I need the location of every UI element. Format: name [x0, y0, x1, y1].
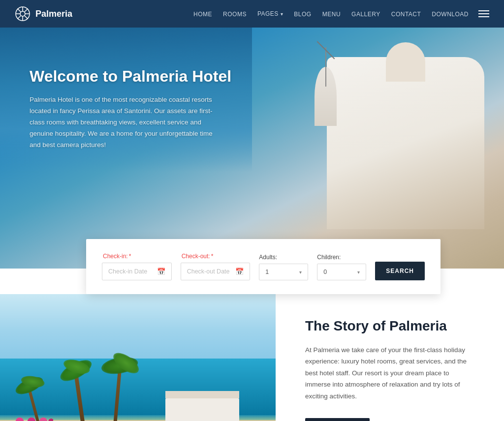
search-button[interactable]: SEARCH — [375, 262, 425, 280]
required-star-2: * — [211, 253, 214, 260]
adults-value: 1 — [265, 269, 269, 275]
content-section: The Story of Palmeria At Palmeria we tak… — [0, 294, 504, 421]
story-title: The Story of Palmeria — [305, 318, 472, 334]
checkout-input[interactable]: Check-out Date 📅 — [181, 263, 251, 280]
nav-menu[interactable]: MENU — [322, 11, 341, 18]
hamburger-menu[interactable] — [478, 10, 489, 17]
beach-resort — [165, 398, 239, 421]
navbar: Palmeria HOME ROOMS PAGES BLOG MENU GALL… — [0, 0, 504, 28]
nav-blog[interactable]: BLOG — [294, 11, 311, 18]
svg-line-9 — [18, 16, 21, 19]
checkout-calendar-icon: 📅 — [235, 268, 244, 275]
nav-links: HOME ROOMS PAGES BLOG MENU GALLERY CONTA… — [193, 9, 469, 18]
hero-content: Welcome to Palmeria Hotel Palmeria Hotel… — [30, 67, 231, 151]
required-star: * — [129, 253, 131, 260]
hero-section: Welcome to Palmeria Hotel Palmeria Hotel… — [0, 28, 504, 269]
children-dropdown-arrow: ▾ — [357, 270, 360, 275]
nav-pages[interactable]: PAGES — [257, 10, 283, 17]
hamburger-line-1 — [478, 10, 489, 11]
nav-rooms[interactable]: ROOMS — [223, 11, 247, 18]
checkin-label: Check-in:* — [102, 253, 172, 260]
nav-download[interactable]: DOWNLOAD — [432, 11, 469, 18]
checkout-field: Check-out:* Check-out Date 📅 — [181, 253, 251, 280]
hamburger-line-2 — [478, 13, 489, 14]
windmill — [315, 67, 337, 126]
adults-dropdown-arrow: ▾ — [299, 270, 302, 275]
svg-line-6 — [18, 9, 21, 12]
children-label: Children: — [317, 254, 366, 261]
nav-home[interactable]: HOME — [193, 11, 212, 18]
nav-gallery[interactable]: GALLERY — [351, 11, 380, 18]
hamburger-line-3 — [478, 16, 489, 17]
logo-icon — [15, 6, 31, 22]
adults-field: Adults: 1 ▾ — [259, 254, 308, 280]
building-1 — [327, 57, 484, 229]
children-select[interactable]: 0 ▾ — [317, 264, 366, 280]
checkin-calendar-icon: 📅 — [157, 268, 165, 275]
booking-widget: Check-in:* Check-in Date 📅 Check-out:* C… — [86, 239, 441, 294]
checkout-placeholder-text: Check-out Date — [187, 268, 230, 275]
story-text: The Story of Palmeria At Palmeria we tak… — [276, 294, 497, 421]
story-description: At Palmeria we take care of your the fir… — [305, 344, 472, 402]
children-field: Children: 0 ▾ — [317, 254, 366, 280]
checkout-label: Check-out:* — [181, 253, 251, 260]
hero-description: Palmeria Hotel is one of the most recogn… — [30, 94, 217, 151]
logo-text: Palmeria — [35, 9, 72, 19]
svg-point-1 — [20, 11, 25, 16]
hero-title: Welcome to Palmeria Hotel — [30, 67, 231, 86]
flowers — [14, 417, 53, 421]
nav-contact[interactable]: CONTACT — [391, 11, 421, 18]
more-info-button[interactable]: MORE INFO — [305, 418, 370, 421]
svg-line-8 — [25, 9, 28, 12]
children-value: 0 — [323, 269, 327, 275]
booking-row: Check-in:* Check-in Date 📅 Check-out:* C… — [102, 253, 425, 280]
beach-image — [0, 294, 276, 421]
adults-select[interactable]: 1 ▾ — [259, 264, 308, 280]
adults-label: Adults: — [259, 254, 308, 261]
logo[interactable]: Palmeria — [15, 6, 72, 22]
checkin-field: Check-in:* Check-in Date 📅 — [102, 253, 172, 280]
svg-line-7 — [25, 16, 28, 19]
checkin-input[interactable]: Check-in Date 📅 — [102, 263, 172, 280]
checkin-placeholder-text: Check-in Date — [108, 268, 147, 275]
